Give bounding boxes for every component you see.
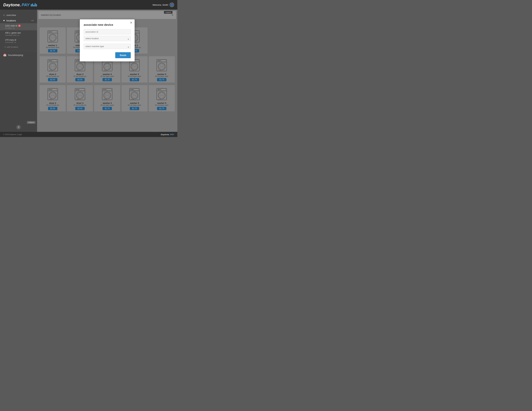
logo-pay: PAY [22, 2, 30, 7]
main-content: expand statistics by location + 110 tota… [37, 10, 177, 132]
location-item-1[interactable]: 435 s. green ave mountain view, ca [0, 30, 37, 37]
location-icon: ● [3, 19, 5, 22]
modal-title: associate new device [84, 23, 131, 27]
location-name-1: 435 s. green ave [5, 32, 34, 34]
location-badge-0: 1 [18, 25, 21, 27]
sidebar-housekeeping-label: housekeeping [8, 54, 23, 56]
header-user: Welcome, Smith! 👤 [152, 3, 174, 7]
location-sub-0: los altos, ca [5, 27, 34, 29]
select-machine-type-wrapper: select machine typewasherdryer [84, 44, 131, 50]
add-location-label: add location [7, 46, 18, 48]
footer-logo-pay: PAY [170, 133, 174, 136]
location-sub-2: sunnyvale, ca [5, 41, 34, 43]
menu-icon: ☰ [17, 126, 20, 129]
menu-icon-button[interactable]: ☰ [16, 125, 21, 130]
footer-logo: Daytone. PAY [161, 133, 174, 136]
location-name-0: 1221 main st 1 [5, 25, 34, 27]
sidebar-edit-label[interactable]: edit [31, 19, 34, 21]
layout: ⌂ overview ● locations edit 1221 main st… [0, 10, 177, 132]
footer-copyright: © 2016 Daytone | Legal [3, 133, 22, 135]
logo-bar-2 [32, 4, 33, 6]
modal: ✕ associate new device select location12… [80, 19, 135, 61]
logo-bar-5 [36, 4, 37, 6]
footer: © 2016 Daytone | Legal Daytone. PAY [0, 132, 177, 137]
location-item-2[interactable]: 270 mary dr sunnyvale, ca [0, 37, 37, 45]
home-icon: ⌂ [3, 14, 5, 17]
logo-bars [31, 3, 37, 6]
finish-button[interactable]: finish [115, 52, 131, 58]
association-id-input[interactable] [84, 29, 131, 35]
sidebar-item-housekeeping[interactable]: 📅 housekeeping [0, 52, 37, 58]
header: Daytone. PAY Welcome, Smith! 👤 [0, 0, 177, 10]
location-sub-1: mountain view, ca [5, 34, 34, 36]
housekeeping-icon: 📅 [3, 54, 6, 56]
sidebar-overview-label: overview [6, 14, 16, 17]
welcome-text: Welcome, Smith! [152, 4, 168, 6]
sidebar-item-overview[interactable]: ⌂ overview [0, 12, 37, 18]
logo: Daytone. PAY [3, 2, 37, 7]
select-machine-type-dropdown[interactable]: select machine typewasherdryer [84, 44, 131, 49]
location-item-0[interactable]: 1221 main st 1 los altos, ca [0, 23, 37, 30]
location-name-2: 270 mary dr [5, 39, 34, 41]
sidebar: ⌂ overview ● locations edit 1221 main st… [0, 10, 37, 132]
add-location-dot [5, 47, 6, 48]
logo-bar-4 [35, 3, 36, 6]
collapse-button[interactable]: collapse [27, 121, 36, 124]
add-location-button[interactable]: add location [0, 45, 37, 49]
logo-bar-3 [33, 5, 34, 6]
sidebar-item-locations[interactable]: ● locations edit [0, 18, 37, 23]
modal-close-button[interactable]: ✕ [130, 21, 132, 24]
select-location-dropdown[interactable]: select location1221 main st435 s. green … [84, 36, 131, 41]
sidebar-locations-label: locations [6, 19, 16, 22]
select-location-wrapper: select location1221 main st435 s. green … [84, 36, 131, 42]
logo-daytone: Daytone. [3, 2, 21, 7]
logo-bar-1 [31, 4, 32, 6]
footer-logo-daytone: Daytone. [161, 133, 170, 136]
avatar[interactable]: 👤 [170, 3, 174, 7]
modal-overlay: ✕ associate new device select location12… [37, 10, 177, 132]
